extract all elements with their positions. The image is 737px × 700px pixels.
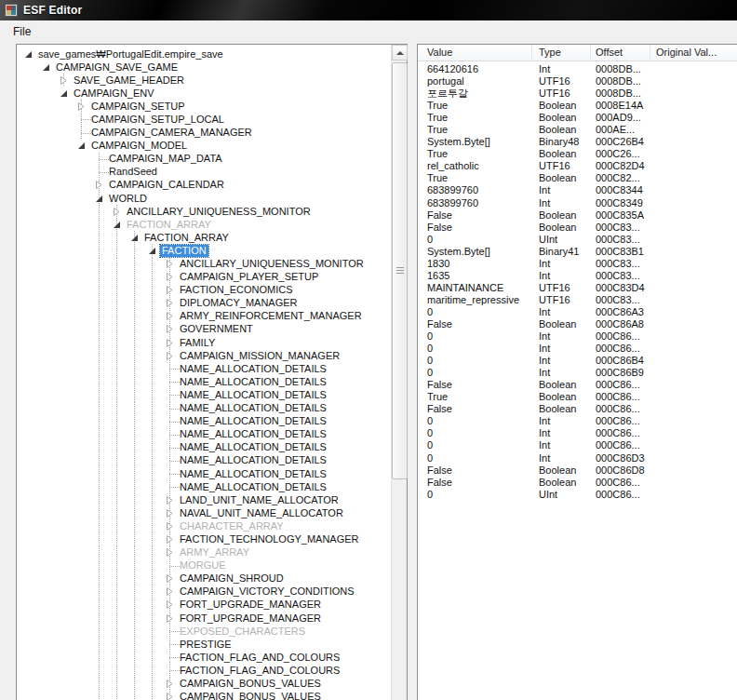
tree-node-label[interactable]: CAMPAIGN_SHROUD: [178, 572, 286, 585]
tree-node[interactable]: NAME_ALLOCATION_DETAILS: [17, 402, 391, 415]
expanded-arrow-icon[interactable]: [20, 49, 35, 59]
tree-node-label[interactable]: FACTION_ARRAY: [142, 232, 231, 244]
tree-node-label[interactable]: CAMPAIGN_PLAYER_SETUP: [178, 271, 320, 283]
tree-node-label[interactable]: CAMPAIGN_ENV: [72, 88, 156, 100]
tree-node[interactable]: FACTION_ECONOMICS: [17, 284, 391, 297]
tree-node[interactable]: FACTION_ARRAY: [17, 218, 391, 231]
table-row[interactable]: FalseBoolean000C86D8: [418, 464, 737, 477]
tree-node[interactable]: ANCILLARY_UNIQUENESS_MONITOR: [17, 205, 391, 218]
tree-node[interactable]: EXPOSED_CHARACTERS: [17, 625, 391, 638]
tree-node-label[interactable]: ARMY_ARRAY: [178, 546, 251, 559]
tree-node-label[interactable]: LAND_UNIT_NAME_ALLOCATOR: [178, 494, 341, 506]
tree-node-label[interactable]: save_games₩PortugalEdit.empire_save: [36, 48, 225, 61]
tree-node[interactable]: CAMPAIGN_SHROUD: [17, 572, 391, 586]
table-row[interactable]: 0Int000C86...: [418, 439, 737, 451]
collapsed-arrow-icon[interactable]: [162, 299, 177, 308]
tree-node-label[interactable]: FACTION_ARRAY: [125, 219, 213, 231]
tree-node[interactable]: SAVE_GAME_HEADER: [17, 74, 391, 87]
table-row[interactable]: 1635Int000C83...: [418, 270, 737, 282]
tree-node[interactable]: CAMPAIGN_MAP_DATA: [17, 153, 391, 166]
tree-node-label[interactable]: MORGUE: [178, 559, 228, 572]
tree-node-label[interactable]: ARMY_REINFORCEMENT_MANAGER: [178, 310, 364, 322]
tree-node-label[interactable]: CAMPAIGN_SETUP_LOCAL: [89, 114, 226, 126]
tree-node-label[interactable]: CAMPAIGN_SAVE_GAME: [54, 61, 180, 74]
tree-node-label[interactable]: GOVERNMENT: [178, 323, 255, 335]
tree-node[interactable]: CAMPAIGN_SAVE_GAME: [17, 61, 391, 74]
tree-scrollbar[interactable]: [391, 45, 407, 700]
table-row[interactable]: 0Int000C86...: [418, 415, 737, 427]
collapsed-arrow-icon[interactable]: [162, 260, 177, 269]
expanded-arrow-icon[interactable]: [38, 62, 53, 72]
table-row[interactable]: FalseBoolean000C83...: [418, 222, 737, 234]
collapsed-arrow-icon[interactable]: [162, 600, 177, 610]
tree-node-label[interactable]: CAMPAIGN_MAP_DATA: [107, 153, 224, 165]
tree-node-label[interactable]: SAVE_GAME_HEADER: [72, 74, 186, 87]
column-header[interactable]: Type: [532, 45, 591, 61]
collapsed-arrow-icon[interactable]: [74, 101, 88, 111]
table-row[interactable]: 664120616Int0008DB...: [418, 63, 737, 75]
tree-node-label[interactable]: CAMPAIGN_MODEL: [89, 140, 189, 152]
tree-node[interactable]: CAMPAIGN_VICTORY_CONDITIONS: [17, 586, 391, 599]
tree-node-label[interactable]: WORLD: [107, 193, 149, 205]
tree-node[interactable]: CAMPAIGN_MODEL: [17, 140, 391, 153]
tree-node[interactable]: save_games₩PortugalEdit.empire_save: [17, 47, 391, 61]
tree-node[interactable]: FACTION_FLAG_AND_COLOURS: [17, 651, 391, 664]
tree-node[interactable]: NAME_ALLOCATION_DETAILS: [17, 388, 391, 401]
tree-node-label[interactable]: PRESTIGE: [178, 639, 234, 651]
tree-node-label[interactable]: CAMPAIGN_CAMERA_MANAGER: [89, 127, 254, 139]
tree-node[interactable]: FORT_UPGRADE_MANAGER: [17, 599, 391, 612]
tree-node[interactable]: CAMPAIGN_SETUP: [17, 100, 391, 113]
table-row[interactable]: rel_catholicUTF16000C82D4: [418, 160, 737, 172]
table-row[interactable]: TrueBoolean000C86...: [418, 391, 737, 403]
tree-node-label[interactable]: NAME_ALLOCATION_DETAILS: [178, 454, 328, 466]
tree-node[interactable]: FACTION_ARRAY: [17, 231, 391, 244]
collapsed-arrow-icon[interactable]: [162, 613, 177, 623]
table-row[interactable]: FalseBoolean000C86A8: [418, 318, 737, 330]
tree-node[interactable]: NAME_ALLOCATION_DETAILS: [17, 428, 391, 441]
tree-node-label[interactable]: CAMPAIGN_BONUS_VALUES: [178, 691, 323, 700]
collapsed-arrow-icon[interactable]: [162, 587, 177, 597]
tree-node-label[interactable]: CAMPAIGN_MISSION_MANAGER: [178, 350, 342, 362]
scrollbar-thumb[interactable]: [392, 62, 408, 479]
collapsed-arrow-icon[interactable]: [56, 75, 71, 85]
collapsed-arrow-icon[interactable]: [162, 312, 177, 321]
expanded-arrow-icon[interactable]: [74, 141, 88, 151]
tree-node[interactable]: CAMPAIGN_SETUP_LOCAL: [17, 113, 391, 126]
column-header[interactable]: Value: [418, 45, 532, 61]
collapsed-arrow-icon[interactable]: [162, 548, 177, 558]
table-row[interactable]: FalseBoolean000C86...: [418, 477, 737, 489]
table-row[interactable]: TrueBoolean000AE...: [418, 124, 737, 136]
table-row[interactable]: System.Byte[]Binary48000C26B4: [418, 136, 737, 148]
table-row[interactable]: 0Int000C86B4: [418, 355, 737, 367]
table-row[interactable]: 0Int000C86D3: [418, 452, 737, 464]
table-row[interactable]: 0Int000C86...: [418, 343, 737, 355]
collapsed-arrow-icon[interactable]: [91, 181, 106, 190]
collapsed-arrow-icon[interactable]: [162, 286, 177, 295]
table-row[interactable]: TrueBoolean000C82...: [418, 172, 737, 184]
table-row[interactable]: 683899760Int000C8349: [418, 197, 737, 209]
tree-node-label[interactable]: CHARACTER_ARRAY: [178, 520, 286, 532]
tree-node[interactable]: CAMPAIGN_BONUS_VALUES: [17, 678, 391, 691]
collapsed-arrow-icon[interactable]: [162, 521, 177, 531]
tree-node[interactable]: ARMY_ARRAY: [17, 546, 391, 559]
menu-item-file[interactable]: File: [7, 22, 37, 41]
tree-node-label[interactable]: FACTION_FLAG_AND_COLOURS: [178, 665, 342, 677]
tree-node-label[interactable]: EXPOSED_CHARACTERS: [178, 626, 307, 638]
collapsed-arrow-icon[interactable]: [162, 273, 177, 282]
table-row[interactable]: TrueBoolean0008E14A: [418, 100, 737, 112]
tree-node-label[interactable]: NAVAL_UNIT_NAME_ALLOCATOR: [178, 507, 345, 519]
table-row[interactable]: portugalUTF160008DB...: [418, 75, 737, 88]
tree-node-label[interactable]: CAMPAIGN_SETUP: [89, 101, 187, 113]
table-row[interactable]: MAINTAINANCEUTF16000C83D4: [418, 282, 737, 294]
expanded-arrow-icon[interactable]: [56, 88, 71, 98]
tree-node[interactable]: NAME_ALLOCATION_DETAILS: [17, 467, 391, 480]
tree-node[interactable]: NAVAL_UNIT_NAME_ALLOCATOR: [17, 506, 391, 519]
tree-node[interactable]: CAMPAIGN_CALENDAR: [17, 179, 391, 192]
tree-node[interactable]: NAME_ALLOCATION_DETAILS: [17, 362, 391, 375]
tree-node-label[interactable]: NAME_ALLOCATION_DETAILS: [178, 415, 328, 427]
tree-node-label[interactable]: FORT_UPGRADE_MANAGER: [178, 599, 323, 611]
tree-node-label[interactable]: FORT_UPGRADE_MANAGER: [178, 612, 323, 625]
expanded-arrow-icon[interactable]: [91, 194, 106, 203]
tree-node-label[interactable]: FACTION_FLAG_AND_COLOURS: [178, 652, 342, 664]
tree-node-label[interactable]: NAME_ALLOCATION_DETAILS: [178, 376, 328, 388]
